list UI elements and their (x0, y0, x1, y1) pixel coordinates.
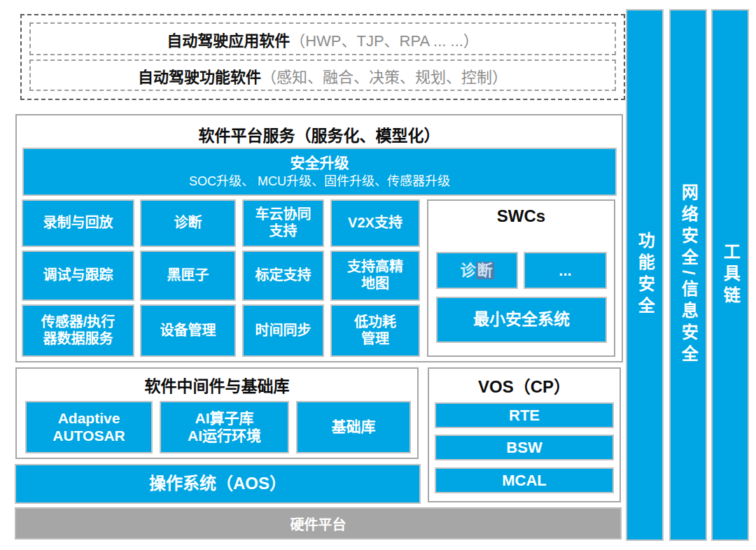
service-sensor-actuator: 传感器/执行 器数据服务 (22, 304, 134, 357)
middleware-ai-operator-runtime: AI算子库 AI运行环境 (160, 401, 289, 453)
operating-system-aos-bar: 操作系统（AOS） (15, 464, 421, 504)
swc-diagnosis: 诊断 (436, 252, 518, 289)
service-time-sync: 时间同步 (242, 304, 324, 357)
vos-bsw: BSW (435, 435, 614, 460)
hardware-platform-bar: 硬件平台 (15, 507, 622, 540)
service-debug-trace: 调试与跟踪 (22, 251, 134, 301)
ad-application-software-detail: （HWP、TJP、RPA ... ...） (290, 28, 479, 50)
service-record-replay: 录制与回放 (22, 199, 134, 247)
architecture-diagram: 自动驾驶应用软件（HWP、TJP、RPA ... ...） 自动驾驶功能软件（感… (0, 0, 756, 550)
middleware-base-library: 基础库 (296, 401, 411, 453)
ad-application-software-label: 自动驾驶应用软件 (167, 28, 290, 50)
software-platform-services-box: 软件平台服务（服务化、模型化） 安全升级 SOC升级、 MCU升级、固件升级、传… (15, 114, 623, 362)
service-calibration: 标定支持 (242, 251, 324, 301)
service-hd-map: 支持高精 地图 (330, 251, 420, 301)
swcs-box: SWCs 诊断 ... 最小安全系统 (427, 199, 615, 357)
security-upgrade-subtitle: SOC升级、 MCU升级、固件升级、传感器升级 (189, 174, 450, 189)
software-platform-services-title: 软件平台服务（服务化、模型化） (17, 122, 622, 146)
vos-cp-box: VOS（CP） RTE BSW MCAL (428, 367, 621, 502)
middleware-adaptive-autosar: Adaptive AUTOSAR (25, 401, 153, 453)
service-vehicle-cloud: 车云协同 支持 (242, 199, 324, 247)
vos-mcal: MCAL (435, 467, 614, 493)
service-v2x: V2X支持 (330, 199, 420, 247)
swc-diagnosis-char1: 诊 (460, 262, 475, 280)
autonomous-driving-layer-box: 自动驾驶应用软件（HWP、TJP、RPA ... ...） 自动驾驶功能软件（感… (20, 14, 625, 100)
service-device-management: 设备管理 (140, 304, 236, 357)
swc-more: ... (524, 252, 607, 289)
middleware-box: 软件中间件与基础库 Adaptive AUTOSAR AI算子库 AI运行环境 … (15, 367, 419, 459)
security-upgrade-title: 安全升级 (290, 155, 349, 172)
service-low-power: 低功耗 管理 (330, 304, 420, 357)
security-upgrade-bar: 安全升级 SOC升级、 MCU升级、固件升级、传感器升级 (22, 148, 617, 196)
ad-function-software-label: 自动驾驶功能软件 (138, 64, 261, 87)
service-diagnosis: 诊断 (140, 199, 236, 247)
vos-cp-title: VOS（CP） (429, 373, 620, 397)
middleware-title: 软件中间件与基础库 (17, 373, 417, 397)
toolchain-pillar: 工具链 (711, 9, 749, 541)
swc-diagnosis-char2: 断 (476, 262, 494, 280)
vos-rte: RTE (435, 402, 614, 428)
ad-application-software-box: 自动驾驶应用软件（HWP、TJP、RPA ... ...） (29, 22, 616, 55)
functional-safety-pillar: 功能安全 (626, 9, 664, 541)
service-black-box: 黑匣子 (140, 251, 236, 301)
swc-min-safety-system: 最小安全系统 (436, 297, 607, 343)
swcs-title: SWCs (428, 206, 614, 226)
ad-function-software-box: 自动驾驶功能软件（感知、融合、决策、规划、控制） (29, 59, 616, 91)
ad-function-software-detail: （感知、融合、决策、规划、控制） (261, 64, 507, 87)
network-information-security-pillar: 网络安全/信息安全 (669, 9, 707, 541)
